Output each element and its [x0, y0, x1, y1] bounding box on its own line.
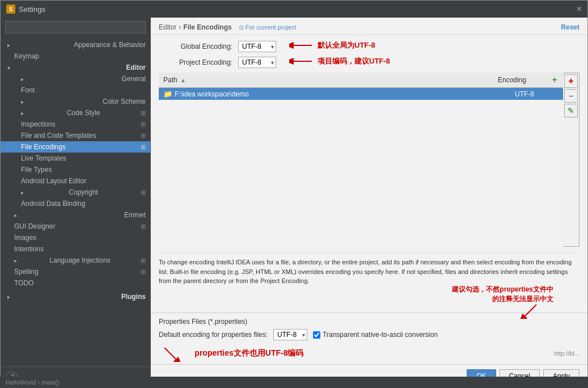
sidebar-item-file-encodings[interactable]: File Encodings ⊞ [1, 141, 150, 153]
transparent-checkbox[interactable] [313, 331, 320, 339]
sidebar-item-label: Live Templates [21, 154, 66, 162]
settings-window: S Settings × ▸ Appearance & Behavior Key… [0, 0, 588, 388]
sidebar-item-editor[interactable]: ▾ Editor [1, 62, 150, 73]
sidebar-item-label: Language Injections [49, 256, 110, 264]
project-encoding-select-wrapper: UTF-8 UTF-16 GBK [238, 57, 276, 68]
sidebar-item-label: GUI Designer [14, 222, 56, 230]
properties-encoding-select-wrapper: UTF-8 GBK [273, 329, 307, 340]
project-encoding-label: Project Encoding: [159, 58, 232, 66]
app-icon: S [6, 5, 15, 14]
sidebar-item-label: Plugins [121, 293, 146, 301]
encoding-table: Path ▲ Encoding + 📁 [159, 73, 563, 247]
sidebar-item-copyright[interactable]: ▸ Copyright ⊞ [1, 187, 150, 198]
sort-icon: ▲ [180, 77, 186, 83]
sidebar-item-label: File Encodings [21, 143, 66, 151]
project-encoding-row: Project Encoding: UTF-8 UTF-16 GBK [159, 57, 579, 68]
sidebar-item-label: File and Code Templates [21, 132, 96, 140]
sidebar-item-label: Intentions [14, 245, 44, 253]
sidebar-item-label: Editor [126, 64, 146, 71]
sidebar-item-todo[interactable]: TODO [1, 277, 150, 289]
properties-encoding-label: Default encoding for properties files: [159, 331, 268, 339]
path-cell: 📁 F:\idea workspace\demo [163, 90, 490, 98]
reset-button[interactable]: Reset [561, 23, 579, 31]
sidebar-item-label: Images [14, 234, 36, 242]
sidebar: ▸ Appearance & Behavior Keymap ▾ Editor … [1, 18, 151, 387]
sidebar-item-general[interactable]: ▸ General [1, 73, 150, 85]
expand-icon: ▸ [21, 99, 24, 105]
project-encoding-select[interactable]: UTF-8 UTF-16 GBK [238, 57, 276, 68]
sidebar-item-appearance[interactable]: ▸ Appearance & Behavior [1, 39, 150, 50]
expand-icon: ▾ [7, 65, 10, 71]
add-row-button[interactable]: + [546, 73, 563, 87]
global-encoding-select[interactable]: UTF-8 UTF-16 GBK [238, 41, 276, 52]
sidebar-item-spelling[interactable]: Spelling ⊞ [1, 266, 150, 277]
sidebar-item-label: Appearance & Behavior [74, 41, 146, 49]
title-bar: S Settings × [1, 1, 587, 18]
table-row[interactable]: 📁 F:\idea workspace\demo UTF-8 [159, 88, 563, 100]
search-box [1, 18, 150, 37]
sidebar-item-label: File Types [21, 166, 52, 174]
arrow-utf8 [159, 345, 193, 362]
sidebar-item-android-data-binding[interactable]: Android Data Binding [1, 198, 150, 209]
utf8-annotation: properties文件也用UTF-8编码 [194, 348, 303, 359]
sidebar-item-intentions[interactable]: Intentions [1, 243, 150, 255]
sidebar-item-images[interactable]: Images [1, 232, 150, 243]
path-value: F:\idea workspace\demo [175, 90, 249, 98]
add-button[interactable]: + [564, 74, 578, 88]
annotation-global: 默认全局为UTF-8 [318, 40, 375, 50]
sidebar-item-plugins[interactable]: ▸ Plugins [1, 291, 150, 302]
sidebar-item-label: TODO [14, 279, 33, 287]
main-panel: Editor › File Encodings ⊙ For current pr… [151, 18, 587, 387]
sidebar-item-android-layout-editor[interactable]: Android Layout Editor [1, 175, 150, 187]
sidebar-item-label: General [121, 75, 146, 83]
sidebar-item-live-templates[interactable]: Live Templates [1, 153, 150, 164]
sidebar-item-keymap[interactable]: Keymap [1, 50, 150, 62]
sidebar-item-language-injections[interactable]: ▸ Language Injections ⊞ [1, 255, 150, 266]
sidebar-item-file-and-code-templates[interactable]: File and Code Templates ⊞ [1, 130, 150, 141]
expand-icon: ▸ [7, 294, 10, 300]
global-encoding-row: Global Encoding: UTF-8 UTF-16 GBK [159, 41, 579, 52]
sidebar-item-label: Keymap [14, 52, 39, 60]
sidebar-item-color-scheme[interactable]: ▸ Color Scheme [1, 96, 150, 107]
arrow-right-global [289, 40, 318, 51]
arrow-right-project [289, 56, 318, 67]
copy-icon: ⊞ [141, 121, 146, 128]
utf8-annotation-content: properties文件也用UTF-8编码 http://bl... [159, 345, 579, 362]
project-link[interactable]: ⊙ For current project [239, 24, 297, 31]
breadcrumb-current: File Encodings [183, 23, 231, 31]
url-text: http://bl... [554, 350, 579, 357]
sidebar-item-label: Code Style [67, 109, 100, 117]
expand-icon: ▸ [14, 258, 17, 264]
copy-icon: ⊞ [141, 268, 146, 276]
sidebar-item-font[interactable]: Font [1, 85, 150, 96]
sidebar-item-label: Emmet [124, 211, 146, 219]
sidebar-item-label: Copyright [69, 188, 98, 196]
expand-icon: ▸ [21, 76, 24, 82]
edit-button[interactable]: ✎ [564, 104, 578, 117]
sidebar-item-file-types[interactable]: File Types [1, 164, 150, 175]
sidebar-item-gui-designer[interactable]: GUI Designer ⊞ [1, 221, 150, 232]
table-header: Path ▲ Encoding + [159, 73, 563, 88]
tree: ▸ Appearance & Behavior Keymap ▾ Editor … [1, 37, 150, 366]
sidebar-item-emmet[interactable]: ▸ Emmet [1, 209, 150, 221]
sidebar-item-label: Font [21, 86, 35, 94]
copy-icon: ⊞ [141, 257, 146, 264]
search-input[interactable] [5, 21, 146, 33]
path-header: Path ▲ [159, 74, 478, 86]
table-body: 📁 F:\idea workspace\demo UTF-8 [159, 88, 563, 247]
main-body: Global Encoding: UTF-8 UTF-16 GBK [151, 35, 587, 313]
copy-icon: ⊞ [141, 109, 146, 117]
transparent-checkbox-label[interactable]: Transparent native-to-ascii conversion [313, 331, 438, 339]
properties-encoding-select[interactable]: UTF-8 GBK [273, 329, 307, 340]
encoding-header: Encoding [478, 74, 546, 86]
main-header: Editor › File Encodings ⊙ For current pr… [151, 18, 587, 35]
annotation-project: 项目编码，建议UTF-8 [318, 56, 390, 66]
table-side-buttons: + − ✎ [563, 73, 579, 247]
utf8-annotation-row: properties文件也用UTF-8编码 http://bl... [151, 345, 587, 364]
encoding-cell: UTF-8 [490, 90, 559, 98]
properties-title: Properties Files (*.properties) [159, 318, 579, 326]
remove-button[interactable]: − [564, 89, 578, 103]
sidebar-item-code-style[interactable]: ▸ Code Style ⊞ [1, 107, 150, 119]
sidebar-item-inspections[interactable]: Inspections ⊞ [1, 119, 150, 130]
close-button[interactable]: × [577, 5, 582, 14]
